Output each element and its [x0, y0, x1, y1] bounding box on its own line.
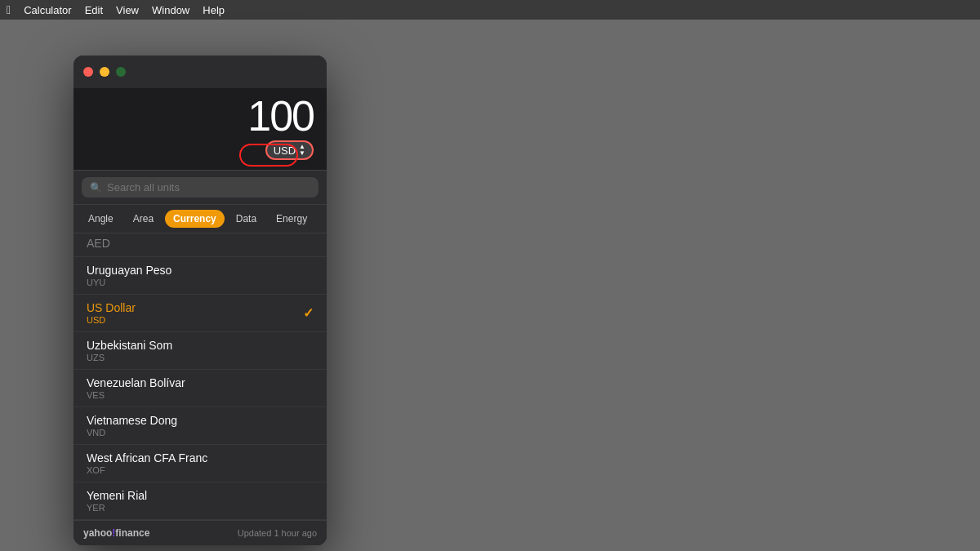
list-item[interactable]: Yemeni Rial YER — [74, 482, 327, 520]
partial-item-name: AED — [87, 237, 314, 250]
tab-area[interactable]: Area — [125, 210, 162, 228]
maximize-button[interactable] — [116, 67, 126, 77]
search-input-wrap[interactable]: 🔍 — [82, 177, 318, 198]
menu-edit[interactable]: Edit — [85, 4, 103, 16]
tab-currency[interactable]: Currency — [165, 210, 225, 228]
menu-window[interactable]: Window — [152, 4, 189, 16]
display-number: 100 — [87, 95, 314, 137]
menubar:  Calculator Edit View Window Help — [0, 0, 980, 20]
apple-menu[interactable]:  — [7, 3, 11, 16]
partial-list-item: AED — [74, 233, 327, 257]
currency-code: VES — [87, 390, 185, 400]
tab-data[interactable]: Data — [228, 210, 265, 228]
currency-code: UZS — [87, 353, 172, 362]
dropdown-panel: 🔍 Angle Area Currency Data Energy Forc… … — [74, 170, 327, 545]
update-timestamp: Updated 1 hour ago — [238, 528, 317, 538]
close-button[interactable] — [83, 67, 93, 77]
tab-energy[interactable]: Energy — [268, 210, 315, 228]
currency-name: US Dollar — [87, 301, 136, 314]
currency-code: UYU — [87, 278, 172, 287]
calculator-window: 100 USD ▲ ▼ 🔍 Angle Area Currency — [74, 56, 327, 545]
menu-calculator[interactable]: Calculator — [24, 4, 72, 16]
search-icon: 🔍 — [90, 182, 102, 193]
menu-view[interactable]: View — [116, 4, 139, 16]
currency-name: Uzbekistani Som — [87, 339, 172, 352]
currency-code: USD — [87, 315, 136, 325]
currency-name: Venezuelan Bolívar — [87, 376, 185, 389]
list-item[interactable]: Venezuelan Bolívar VES — [74, 370, 327, 407]
currency-code: XOF — [87, 465, 207, 475]
currency-code: YER — [87, 503, 147, 513]
currency-name: Vietnamese Dong — [87, 414, 177, 427]
tab-force[interactable]: Forc… — [318, 210, 327, 228]
search-bar: 🔍 — [74, 171, 327, 205]
titlebar — [74, 56, 327, 88]
calculator-display: 100 USD ▲ ▼ — [74, 88, 327, 170]
category-tabs: Angle Area Currency Data Energy Forc… — [74, 205, 327, 233]
currency-name: Uruguayan Peso — [87, 264, 172, 277]
list-item[interactable]: Uzbekistani Som UZS — [74, 332, 327, 370]
list-item-selected[interactable]: US Dollar USD ✓ — [74, 295, 327, 332]
list-item[interactable]: Vietnamese Dong VND — [74, 407, 327, 445]
currency-code: VND — [87, 428, 177, 438]
list-item[interactable]: Uruguayan Peso UYU — [74, 257, 327, 295]
minimize-button[interactable] — [100, 67, 109, 77]
tab-angle[interactable]: Angle — [80, 210, 122, 228]
menu-help[interactable]: Help — [203, 4, 225, 16]
yahoo-finance-logo: yahoo!finance — [83, 527, 149, 539]
currency-list: Uruguayan Peso UYU US Dollar USD ✓ Uzbek… — [74, 257, 327, 520]
currency-code-display: USD — [274, 144, 296, 157]
currency-name: West African CFA Franc — [87, 451, 207, 464]
currency-arrows-icon: ▲ ▼ — [299, 144, 305, 157]
selected-checkmark-icon: ✓ — [303, 305, 314, 321]
currency-selector[interactable]: USD ▲ ▼ — [265, 140, 314, 160]
exclamation-icon: ! — [112, 527, 115, 539]
list-item[interactable]: West African CFA Franc XOF — [74, 445, 327, 482]
currency-name: Yemeni Rial — [87, 489, 147, 502]
search-input[interactable] — [107, 181, 310, 193]
footer: yahoo!finance Updated 1 hour ago — [74, 520, 327, 545]
